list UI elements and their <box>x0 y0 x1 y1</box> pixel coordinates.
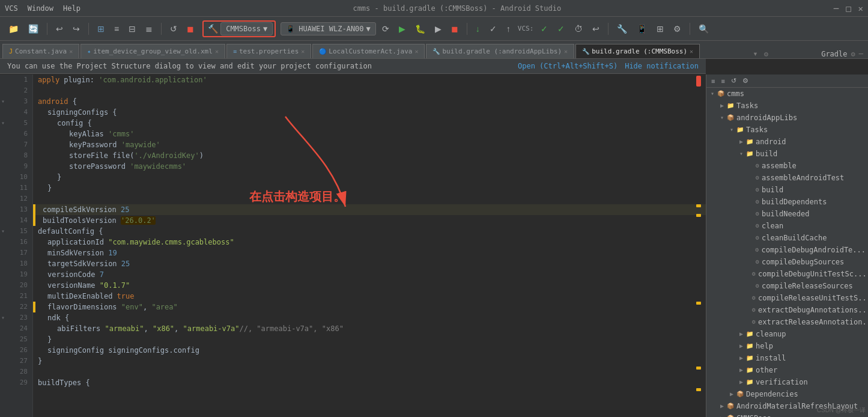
minimize-button[interactable]: ─ <box>834 4 839 13</box>
tab-close-btn[interactable]: ✕ <box>69 48 73 55</box>
tree-item-dependencies[interactable]: ▶ 📦 Dependencies <box>706 388 868 400</box>
search-everywhere-btn[interactable]: 🔍 <box>695 22 712 36</box>
sync-btn[interactable]: ⟳ <box>378 22 393 36</box>
vcs-btn-2[interactable]: ✓ <box>554 22 568 36</box>
toolbar-btn-10[interactable]: ◼ <box>183 22 198 36</box>
prop-file-icon: ≡ <box>233 48 237 55</box>
menu-vcs[interactable]: VCS <box>5 4 18 13</box>
tree-item-tasks-1[interactable]: ▶ 📁 Tasks <box>706 100 868 112</box>
tree-item-build-task[interactable]: ⚙ build <box>706 184 868 196</box>
gradle-close-icon[interactable]: ─ <box>859 50 863 58</box>
toolbar-btn-9[interactable]: ↺ <box>166 22 181 36</box>
line-12: 12 <box>0 193 32 204</box>
menu-window[interactable]: Window <box>28 4 53 13</box>
gradle-refresh-btn[interactable]: ↺ <box>729 76 739 86</box>
sdk-mgr-btn[interactable]: ⊞ <box>653 22 667 36</box>
tree-item-compileReleaseUnitTestS[interactable]: ⚙ compileReleaseUnitTestS... <box>706 292 868 304</box>
tree-item-clean[interactable]: ⚙ clean <box>706 220 868 232</box>
tab-close-btn[interactable]: ✕ <box>215 48 219 55</box>
settings-gear-icon[interactable]: ⚙ <box>764 50 768 58</box>
run-btn[interactable]: ▶ <box>395 22 409 36</box>
fold-marker-23[interactable]: ▾ <box>1 312 5 323</box>
tab-close-btn[interactable]: ✕ <box>301 48 305 55</box>
run-hammer-btn[interactable]: 🔨 <box>205 23 220 35</box>
toolbar-btn-3[interactable]: ↩ <box>52 22 67 36</box>
fold-marker-5[interactable]: ▾ <box>1 118 5 129</box>
tree-item-android[interactable]: ▶ 📁 android <box>706 136 868 148</box>
tree-item-compiledebugandroidte[interactable]: ⚙ compileDebugAndroidTe... <box>706 244 868 256</box>
tab-build-gradle-cmmsboss[interactable]: 🔧 build.gradle (:CMMSBoss) ✕ <box>575 44 700 58</box>
revert-btn[interactable]: ↩ <box>589 22 603 36</box>
code-editor[interactable]: apply plugin: 'com.android.application' … <box>33 75 706 417</box>
tree-item-cmms[interactable]: ▾ 📦 cmms <box>706 88 868 100</box>
history-btn[interactable]: ⏱ <box>571 22 586 36</box>
tree-item-compiledebugUnittest[interactable]: ⚙ compileDebugUnitTestSc... <box>706 268 868 280</box>
tab-close-btn[interactable]: ✕ <box>564 48 568 55</box>
tree-item-androidapplibs[interactable]: ▾ 📦 androidAppLibs <box>706 112 868 124</box>
tree-item-extractReleaseAnnotation[interactable]: ⚙ extractReleaseAnnotation... <box>706 316 868 328</box>
menu-help[interactable]: Help <box>63 4 80 13</box>
toolbar-btn-2[interactable]: 🔄 <box>25 22 42 36</box>
tree-item-compiledebugSources[interactable]: ⚙ compileDebugSources <box>706 256 868 268</box>
toolbar-btn-6[interactable]: ≡ <box>111 22 123 36</box>
gradle-settings-btn[interactable]: ⚙ <box>740 76 751 86</box>
code-line-11: } <box>33 183 706 193</box>
stop-btn[interactable]: ◼ <box>448 22 462 36</box>
tab-label: LocalCustomerAct.java <box>329 47 412 55</box>
tree-item-extractDebugAnnotations[interactable]: ⚙ extractDebugAnnotations... <box>706 304 868 316</box>
gradle-expand-btn[interactable]: ≡ <box>709 76 717 86</box>
tab-item-device[interactable]: ✦ item_device_group_view_old.xml ✕ <box>80 44 225 58</box>
hide-notification-link[interactable]: Hide notification <box>625 62 699 70</box>
fold-marker-15[interactable]: ▾ <box>1 226 5 237</box>
tree-item-other[interactable]: ▶ 📁 other <box>706 364 868 376</box>
line-6: 6 <box>0 129 32 139</box>
no-arrow <box>747 220 754 232</box>
code-line-25: } <box>33 334 706 345</box>
tree-item-cleanbuildcache[interactable]: ⚙ cleanBuildCache <box>706 232 868 244</box>
no-arrow <box>747 304 751 316</box>
vcs-update-btn[interactable]: ↓ <box>472 22 484 36</box>
tree-item-verification[interactable]: ▶ 📁 verification <box>706 376 868 388</box>
vcs-btn-1[interactable]: ✓ <box>537 22 551 36</box>
gradle-collapse-btn[interactable]: ≡ <box>718 76 727 86</box>
tree-item-cleanup[interactable]: ▶ 📁 cleanup <box>706 328 868 340</box>
coverage-btn[interactable]: ▶ <box>431 22 445 36</box>
tree-label: buildNeeded <box>762 208 809 220</box>
tree-item-compileReleaseSources[interactable]: ⚙ compileReleaseSources <box>706 280 868 292</box>
toolbar-btn-4[interactable]: ↪ <box>69 22 83 36</box>
gradle-settings-icon[interactable]: ⚙ <box>851 50 855 58</box>
tab-close-btn[interactable]: ✕ <box>690 48 693 55</box>
open-project-structure-link[interactable]: Open (Ctrl+Alt+Shift+S) <box>518 62 618 70</box>
code-line-7: keyPassword 'maywide' <box>33 139 706 150</box>
vcs-commit-btn[interactable]: ✓ <box>486 22 500 36</box>
tree-item-tasks-2[interactable]: ▾ 📁 Tasks <box>706 124 868 136</box>
tree-item-assemble[interactable]: ⚙ assemble <box>706 160 868 172</box>
toolbar-btn-8[interactable]: ≣ <box>142 22 156 36</box>
fold-marker-3[interactable]: ▾ <box>1 96 5 107</box>
tab-test-properties[interactable]: ≡ test.properties ✕ <box>226 44 311 58</box>
run-config-dropdown[interactable]: CMMSBoss ▼ <box>220 22 273 35</box>
settings-btn[interactable]: ⚙ <box>670 22 685 36</box>
tree-item-assembleandroidtest[interactable]: ⚙ assembleAndroidTest <box>706 172 868 184</box>
tree-item-builddependents[interactable]: ⚙ buildDependents <box>706 196 868 208</box>
toolbar-btn-5[interactable]: ⊞ <box>94 22 108 36</box>
tab-local-customer[interactable]: 🔵 LocalCustomerAct.java ✕ <box>312 44 425 58</box>
debug-btn[interactable]: 🐛 <box>411 22 429 36</box>
scroll-tabs-btn[interactable]: ▾ <box>753 49 757 58</box>
maximize-button[interactable]: □ <box>846 4 851 13</box>
tree-item-help[interactable]: ▶ 📁 help <box>706 340 868 352</box>
vcs-push-btn[interactable]: ↑ <box>503 22 514 36</box>
gradle-sync-btn[interactable]: 🔧 <box>613 22 631 36</box>
tree-item-buildneeded[interactable]: ⚙ buildNeeded <box>706 208 868 220</box>
tab-constant-java[interactable]: J Constant.java ✕ <box>2 44 79 58</box>
tab-build-gradle-applibs[interactable]: 🔧 build.gradle (:androidAppLibs) ✕ <box>426 44 574 58</box>
tree-label: help <box>756 340 773 352</box>
device-mgr-btn[interactable]: 📱 <box>633 22 651 36</box>
toolbar-btn-7[interactable]: ⊟ <box>125 22 139 36</box>
device-dropdown[interactable]: 📱 HUAWEI WLZ-AN00 ▼ <box>281 22 376 35</box>
close-button[interactable]: ✕ <box>858 4 863 13</box>
tab-close-btn[interactable]: ✕ <box>414 48 418 55</box>
tree-item-install[interactable]: ▶ 📁 install <box>706 352 868 364</box>
tree-item-build-folder[interactable]: ▾ 📁 build <box>706 148 868 160</box>
toolbar-btn-1[interactable]: 📁 <box>5 22 22 36</box>
